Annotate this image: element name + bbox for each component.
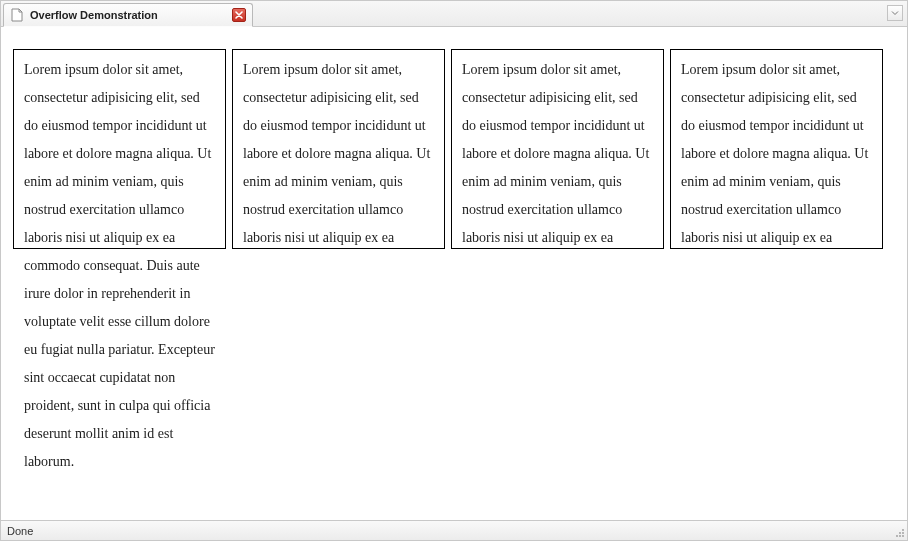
tab-close-button[interactable] <box>232 8 246 22</box>
lorem-text: Lorem ipsum dolor sit amet, consectetur … <box>243 56 434 249</box>
tab-strip: Overflow Demonstration <box>1 1 907 27</box>
status-bar: Done <box>1 520 907 540</box>
browser-window: Overflow Demonstration Lorem ipsum dolor… <box>0 0 908 541</box>
new-tab-button[interactable] <box>887 5 903 21</box>
page-content: Lorem ipsum dolor sit amet, consectetur … <box>1 27 907 520</box>
overflow-box-auto[interactable]: Lorem ipsum dolor sit amet, consectetur … <box>451 49 664 249</box>
overflow-demo-row: Lorem ipsum dolor sit amet, consectetur … <box>13 49 907 249</box>
svg-point-2 <box>902 532 904 534</box>
overflow-box-visible: Lorem ipsum dolor sit amet, consectetur … <box>13 49 226 249</box>
browser-tab[interactable]: Overflow Demonstration <box>3 3 253 27</box>
svg-point-0 <box>902 535 904 537</box>
page-icon <box>10 8 24 22</box>
lorem-text: Lorem ipsum dolor sit amet, consectetur … <box>681 56 872 249</box>
resize-grip[interactable] <box>893 526 905 538</box>
overflow-box-scroll[interactable]: Lorem ipsum dolor sit amet, consectetur … <box>232 49 445 249</box>
svg-point-4 <box>899 532 901 534</box>
svg-point-1 <box>899 535 901 537</box>
status-text: Done <box>7 525 33 537</box>
tab-title: Overflow Demonstration <box>30 9 226 21</box>
overflow-box-hidden: Lorem ipsum dolor sit amet, consectetur … <box>670 49 883 249</box>
svg-point-3 <box>896 535 898 537</box>
svg-point-5 <box>902 529 904 531</box>
lorem-text: Lorem ipsum dolor sit amet, consectetur … <box>24 56 215 476</box>
lorem-text: Lorem ipsum dolor sit amet, consectetur … <box>462 56 653 249</box>
